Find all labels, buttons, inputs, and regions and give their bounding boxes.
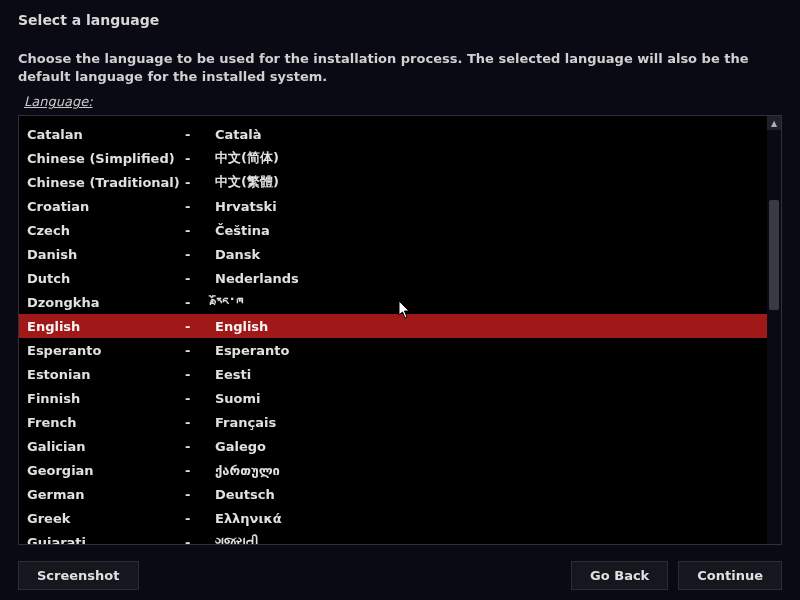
language-name: Catalan bbox=[25, 127, 185, 142]
separator: - bbox=[185, 415, 215, 430]
language-name: Czech bbox=[25, 223, 185, 238]
go-back-button[interactable]: Go Back bbox=[571, 561, 668, 590]
language-native: ქართული bbox=[215, 463, 761, 478]
language-name: Dzongkha bbox=[25, 295, 185, 310]
language-row[interactable]: English-English bbox=[19, 314, 767, 338]
language-native: Suomi bbox=[215, 391, 761, 406]
language-name: Georgian bbox=[25, 463, 185, 478]
separator: - bbox=[185, 511, 215, 526]
separator: - bbox=[185, 391, 215, 406]
language-name: Croatian bbox=[25, 199, 185, 214]
separator: - bbox=[185, 175, 215, 190]
language-row[interactable]: Chinese (Simplified)-中文(简体) bbox=[19, 146, 767, 170]
language-native: 中文(繁體) bbox=[215, 173, 761, 191]
separator: - bbox=[185, 319, 215, 334]
language-name: French bbox=[25, 415, 185, 430]
separator: - bbox=[185, 343, 215, 358]
language-row[interactable]: Croatian-Hrvatski bbox=[19, 194, 767, 218]
language-row[interactable]: Finnish-Suomi bbox=[19, 386, 767, 410]
language-native: Eesti bbox=[215, 367, 761, 382]
language-row[interactable]: Georgian-ქართული bbox=[19, 458, 767, 482]
language-row[interactable]: Czech-Čeština bbox=[19, 218, 767, 242]
language-name: Galician bbox=[25, 439, 185, 454]
scroll-track[interactable] bbox=[767, 130, 781, 530]
screenshot-button[interactable]: Screenshot bbox=[18, 561, 139, 590]
scroll-up-button[interactable]: ▲ bbox=[767, 116, 781, 130]
language-name: Esperanto bbox=[25, 343, 185, 358]
language-row[interactable]: Dutch-Nederlands bbox=[19, 266, 767, 290]
language-list[interactable]: Catalan-CatalàChinese (Simplified)-中文(简体… bbox=[19, 116, 767, 544]
language-row[interactable]: Danish-Dansk bbox=[19, 242, 767, 266]
language-name: Estonian bbox=[25, 367, 185, 382]
header: Select a language bbox=[0, 0, 800, 34]
language-native: Català bbox=[215, 127, 761, 142]
language-native: Hrvatski bbox=[215, 199, 761, 214]
separator: - bbox=[185, 535, 215, 545]
separator: - bbox=[185, 487, 215, 502]
language-name: Chinese (Traditional) bbox=[25, 175, 185, 190]
language-native: Dansk bbox=[215, 247, 761, 262]
continue-button[interactable]: Continue bbox=[678, 561, 782, 590]
language-row[interactable]: French-Français bbox=[19, 410, 767, 434]
page-title: Select a language bbox=[18, 12, 782, 28]
language-native: རྫོང་ཁ bbox=[215, 295, 761, 310]
language-name: Chinese (Simplified) bbox=[25, 151, 185, 166]
separator: - bbox=[185, 223, 215, 238]
language-name: German bbox=[25, 487, 185, 502]
separator: - bbox=[185, 199, 215, 214]
separator: - bbox=[185, 295, 215, 310]
field-label: Language: bbox=[0, 92, 800, 111]
footer: Screenshot Go Back Continue bbox=[0, 550, 800, 600]
description: Choose the language to be used for the i… bbox=[0, 34, 800, 92]
language-row[interactable]: Chinese (Traditional)-中文(繁體) bbox=[19, 170, 767, 194]
language-native: Galego bbox=[215, 439, 761, 454]
language-row[interactable]: Dzongkha-རྫོང་ཁ bbox=[19, 290, 767, 314]
language-native: Esperanto bbox=[215, 343, 761, 358]
language-row[interactable]: Galician-Galego bbox=[19, 434, 767, 458]
scrollbar[interactable]: ▲ ▼ bbox=[767, 116, 781, 544]
language-row[interactable]: Esperanto-Esperanto bbox=[19, 338, 767, 362]
language-native: Deutsch bbox=[215, 487, 761, 502]
language-row[interactable]: Greek-Ελληνικά bbox=[19, 506, 767, 530]
language-name: Dutch bbox=[25, 271, 185, 286]
language-native: Français bbox=[215, 415, 761, 430]
separator: - bbox=[185, 151, 215, 166]
scroll-thumb[interactable] bbox=[769, 200, 779, 310]
language-name: Finnish bbox=[25, 391, 185, 406]
separator: - bbox=[185, 271, 215, 286]
separator: - bbox=[185, 367, 215, 382]
language-row[interactable]: German-Deutsch bbox=[19, 482, 767, 506]
language-native: Ελληνικά bbox=[215, 511, 761, 526]
language-name: Greek bbox=[25, 511, 185, 526]
language-name: Danish bbox=[25, 247, 185, 262]
separator: - bbox=[185, 127, 215, 142]
separator: - bbox=[185, 247, 215, 262]
language-native: Nederlands bbox=[215, 271, 761, 286]
separator: - bbox=[185, 439, 215, 454]
separator: - bbox=[185, 463, 215, 478]
language-name: Gujarati bbox=[25, 535, 185, 545]
language-native: 中文(简体) bbox=[215, 149, 761, 167]
language-row[interactable]: Gujarati-ગુજરાતી bbox=[19, 530, 767, 544]
language-native: English bbox=[215, 319, 761, 334]
language-row[interactable]: Catalan-Català bbox=[19, 122, 767, 146]
language-list-container: Catalan-CatalàChinese (Simplified)-中文(简体… bbox=[18, 115, 782, 545]
language-native: Čeština bbox=[215, 223, 761, 238]
language-row[interactable]: Estonian-Eesti bbox=[19, 362, 767, 386]
language-native: ગુજરાતી bbox=[215, 534, 761, 544]
language-name: English bbox=[25, 319, 185, 334]
